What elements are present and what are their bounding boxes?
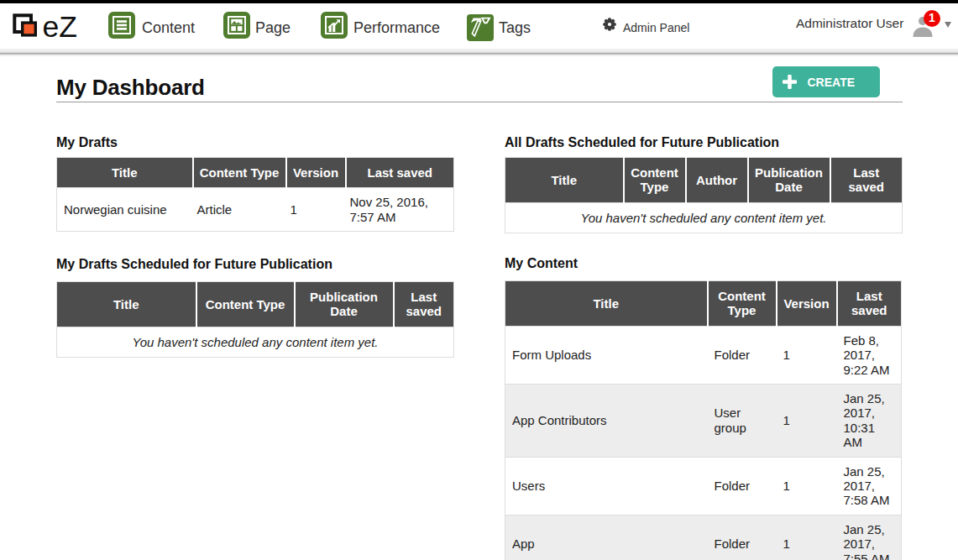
svg-text:eZ: eZ xyxy=(43,10,77,44)
